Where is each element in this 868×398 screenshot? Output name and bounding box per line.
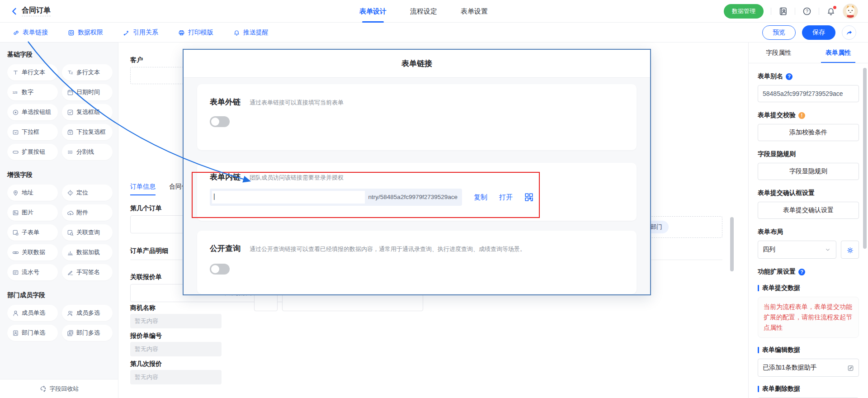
field-visibility-button[interactable]: 字段显隐规则 — [758, 163, 859, 180]
contacts-icon[interactable] — [778, 7, 788, 16]
public-query-name: 公开查询 — [210, 243, 241, 254]
linked-data-icon — [12, 249, 19, 256]
field-chip-serial-number[interactable]: 流水号 — [7, 264, 58, 280]
share-button[interactable] — [842, 25, 856, 40]
locate-icon — [67, 190, 74, 196]
datetime-icon — [67, 89, 74, 96]
question-badge-icon[interactable]: ? — [798, 269, 805, 275]
tab-order-info[interactable]: 订单信息 — [130, 183, 156, 195]
push-reminder-button[interactable]: 推送提醒 — [233, 28, 269, 37]
field-chip-divider[interactable]: 分割线 — [62, 144, 113, 160]
panel-scrollbar[interactable] — [863, 68, 867, 249]
tab-form-design[interactable]: 表单设计 — [359, 0, 387, 23]
canvas-scrollbar[interactable] — [730, 217, 734, 271]
submit-confirm-button[interactable]: 表单提交确认设置 — [758, 202, 859, 219]
modal-title: 表单链接 — [184, 50, 650, 78]
field-chip-member-multi[interactable]: 成员多选 — [62, 305, 113, 321]
add-validation-button[interactable]: 添加校验条件 — [758, 124, 859, 141]
field-chip-dept-multi[interactable]: 部门多选 — [62, 325, 113, 341]
field-chip-member-single[interactable]: 成员单选 — [7, 305, 58, 321]
back-icon[interactable] — [10, 7, 19, 16]
preview-button[interactable]: 预览 — [762, 25, 796, 40]
divider — [819, 8, 819, 15]
field-chip-radio-group[interactable]: 单选按钮组 — [7, 104, 58, 120]
data-permission-icon — [68, 29, 75, 36]
customer-field-label: 客户 — [130, 56, 143, 64]
field-chip-linked-data[interactable]: 关联数据 — [7, 244, 58, 261]
field-chip-subform[interactable]: 子表单 — [7, 224, 58, 241]
linked-query-icon — [67, 229, 74, 236]
field-chip-number[interactable]: 123数字 — [7, 84, 58, 100]
bell-icon — [233, 29, 240, 36]
section-title: 基础字段 — [7, 51, 111, 59]
field-chip-locate[interactable]: 定位 — [62, 185, 113, 201]
form-alias-input[interactable]: 58485a2fc9979f2739529ace — [758, 85, 859, 102]
subform-icon — [12, 229, 19, 236]
redaction-overlay: | — [212, 191, 365, 204]
multi-text-icon — [67, 69, 74, 76]
external-link-toggle[interactable] — [210, 116, 230, 127]
field-library-sidebar: 基础字段 单行文本 多行文本 123数字 日期时间 单选按钮组 复选框组 下拉框… — [0, 43, 118, 398]
field-chip-select[interactable]: 下拉框 — [7, 124, 58, 140]
question-badge-icon[interactable]: ? — [786, 73, 793, 80]
extension-settings-label: 功能扩展设置? — [758, 268, 859, 276]
order-index-label: 第几个订单 — [130, 204, 162, 213]
tab-form-setting[interactable]: 表单设置 — [461, 0, 488, 23]
form-link-button[interactable]: 表单链接 — [13, 28, 48, 37]
checkbox-group-icon — [67, 109, 74, 116]
submit-data-label: 表单提交数据 — [758, 284, 859, 292]
field-chip-dept-single[interactable]: 部门单选 — [7, 325, 58, 341]
notification-bell-icon[interactable] — [826, 7, 835, 16]
member-single-icon — [12, 310, 19, 317]
public-query-toggle[interactable] — [210, 264, 230, 275]
tab-form-properties[interactable]: 表单属性 — [808, 43, 868, 63]
partial-input[interactable] — [254, 294, 278, 311]
order-detail-label: 订单产品明细 — [130, 247, 168, 255]
partial-input[interactable] — [282, 294, 423, 311]
quote-no-label: 报价单编号 — [130, 332, 162, 340]
data-manage-button[interactable]: 数据管理 — [724, 4, 764, 19]
save-button[interactable]: 保存 — [802, 25, 835, 40]
field-chip-datetime[interactable]: 日期时间 — [62, 84, 113, 100]
qr-code-icon[interactable] — [524, 193, 533, 202]
field-chip-signature[interactable]: 手写签名 — [62, 264, 113, 280]
warning-badge-icon[interactable]: ! — [798, 112, 805, 119]
field-chip-expand-button[interactable]: 扩展按钮 — [7, 144, 58, 160]
dept-member-fields-section: 部门成员字段 成员单选 成员多选 部门单选 部门多选 — [7, 291, 111, 341]
external-link-name: 表单外链 — [210, 97, 241, 107]
internal-link-name: 表单内链 — [210, 172, 241, 182]
field-chip-checkbox-group[interactable]: 复选框组 — [62, 104, 113, 120]
field-chip-linked-query[interactable]: 关联查询 — [62, 224, 113, 241]
data-permission-button[interactable]: 数据权限 — [68, 28, 103, 37]
link-icon — [13, 29, 19, 36]
divider — [771, 8, 771, 15]
field-chip-multi-select[interactable]: 下拉复选框 — [62, 124, 113, 140]
reference-relation-button[interactable]: 引用关系 — [123, 28, 158, 37]
field-chip-data-load[interactable]: 数据加载 — [62, 244, 113, 261]
field-chip-attachment[interactable]: 附件 — [62, 204, 113, 221]
printer-icon — [178, 29, 185, 36]
quote-times-empty: 暂无内容 — [130, 370, 222, 384]
tab-field-properties[interactable]: 字段属性 — [749, 43, 808, 63]
field-chip-address[interactable]: 地址 — [7, 185, 58, 201]
layout-settings-button[interactable] — [841, 241, 859, 259]
edit-icon[interactable] — [847, 365, 854, 371]
field-chip-single-text[interactable]: 单行文本 — [7, 64, 58, 81]
open-link-button[interactable]: 打开 — [499, 193, 513, 202]
field-chip-multi-text[interactable]: 多行文本 — [62, 64, 113, 81]
help-icon[interactable]: ? — [802, 7, 811, 16]
tab-flow-setting[interactable]: 流程设定 — [410, 0, 437, 23]
field-recycle-bin[interactable]: 字段回收站 — [0, 379, 118, 398]
edit-data-field[interactable]: 已添加1条数据助手 — [758, 359, 859, 377]
field-chip-image[interactable]: 图片 — [7, 204, 58, 221]
form-alias-label: 表单别名? — [758, 72, 859, 81]
internal-link-url-field[interactable]: | ntry/58485a2fc9979f2739529ace — [210, 189, 462, 206]
modal-body: 表单外链 通过表单链接可以直接填写当前表单 表单内链 团队成员访问该链接需要登录… — [184, 78, 650, 294]
user-avatar[interactable] — [843, 4, 858, 19]
copy-link-button[interactable]: 复制 — [474, 193, 487, 202]
print-template-button[interactable]: 打印模版 — [178, 28, 213, 37]
biz-name-empty: 暂无内容 — [130, 314, 222, 328]
address-icon — [12, 190, 19, 196]
page-title[interactable]: 合同订单 — [22, 6, 51, 15]
layout-select[interactable]: 四列 — [758, 241, 836, 259]
